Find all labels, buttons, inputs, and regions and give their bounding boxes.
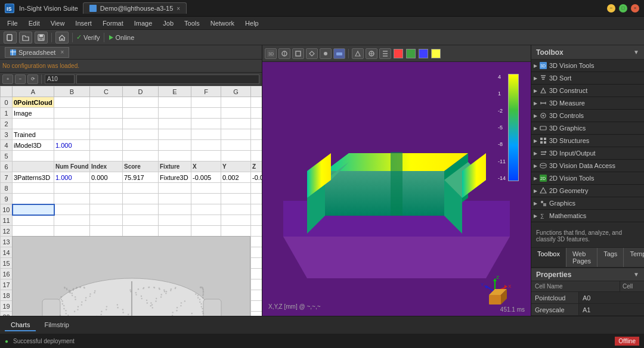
- cell-16-1[interactable]: [54, 269, 90, 279]
- table-row[interactable]: 3Trained: [1, 129, 262, 140]
- col-header-b[interactable]: B: [54, 86, 90, 97]
- cell-12-7[interactable]: [251, 226, 262, 237]
- cell-13-1[interactable]: [54, 237, 90, 247]
- cell-4-0[interactable]: iModel3D: [13, 140, 54, 151]
- table-row[interactable]: 19: [1, 301, 262, 312]
- cell-1-1[interactable]: [54, 108, 90, 119]
- viewer-btn-4[interactable]: [306, 48, 318, 59]
- viewer-btn-8[interactable]: [366, 48, 377, 59]
- cell-14-3[interactable]: [123, 247, 159, 258]
- table-row[interactable]: 5: [1, 151, 262, 161]
- cell-11-5[interactable]: [191, 215, 221, 226]
- cell-17-1[interactable]: [54, 279, 90, 290]
- spreadsheet-grid[interactable]: A B C D E F G H I J K: [0, 86, 262, 316]
- cell-9-2[interactable]: [90, 194, 123, 204]
- viewer-btn-5[interactable]: [320, 48, 332, 59]
- menu-insert[interactable]: Insert: [70, 18, 97, 28]
- cell-19-1[interactable]: [54, 301, 90, 312]
- color-swatch-blue[interactable]: [419, 49, 428, 58]
- cell-12-4[interactable]: [159, 226, 191, 237]
- cell-0-0[interactable]: 0PointCloud: [13, 97, 54, 108]
- cell-9-4[interactable]: [159, 194, 191, 204]
- toolbox-group-header-3dconstruct[interactable]: ▶ 3D Construct: [531, 85, 644, 97]
- cell-4-6[interactable]: [221, 140, 251, 151]
- cell-15-4[interactable]: [159, 258, 191, 269]
- cell-8-5[interactable]: [191, 183, 221, 194]
- cell-10-2[interactable]: [90, 204, 123, 215]
- cell-7-7[interactable]: -0.001: [251, 172, 262, 183]
- table-row[interactable]: 10: [1, 204, 262, 215]
- cell-7-5[interactable]: -0.005: [191, 172, 221, 183]
- cell-10-4[interactable]: [159, 204, 191, 215]
- table-row[interactable]: 13: [1, 237, 262, 247]
- menu-edit[interactable]: Edit: [24, 18, 45, 28]
- cell-9-6[interactable]: [221, 194, 251, 204]
- cell-6-5[interactable]: X: [191, 161, 221, 172]
- cell-7-3[interactable]: 75.917: [123, 172, 159, 183]
- color-swatch-green[interactable]: [406, 49, 416, 58]
- cell-11-1[interactable]: [54, 215, 90, 226]
- cell-9-3[interactable]: [123, 194, 159, 204]
- cell-10-7[interactable]: [251, 204, 262, 215]
- toolbox-expand-icon[interactable]: ▼: [633, 49, 639, 55]
- cell-3-5[interactable]: [191, 129, 221, 140]
- cell-15-5[interactable]: [191, 258, 221, 269]
- spreadsheet-tab-close[interactable]: ×: [60, 49, 64, 55]
- save-button[interactable]: [35, 32, 48, 44]
- cell-17-2[interactable]: [90, 279, 123, 290]
- cell-1-2[interactable]: [90, 108, 123, 119]
- cell-11-2[interactable]: [90, 215, 123, 226]
- bottom-tab-filmstrip[interactable]: Filmstrip: [38, 319, 75, 331]
- table-row[interactable]: 4iModel3D1.000: [1, 140, 262, 151]
- cell-18-7[interactable]: [251, 290, 262, 301]
- toolbox-group-header-3dinputoutput[interactable]: ▶ 3D Input/Output: [531, 147, 644, 159]
- cell-1-3[interactable]: [123, 108, 159, 119]
- cell-2-5[interactable]: [191, 119, 221, 129]
- cell-19-6[interactable]: [221, 301, 251, 312]
- viewer-btn-2[interactable]: [278, 48, 290, 59]
- cell-5-3[interactable]: [123, 151, 159, 161]
- col-header-c[interactable]: C: [90, 86, 123, 97]
- close-button[interactable]: ×: [631, 4, 639, 13]
- cell-20-6[interactable]: [221, 312, 251, 316]
- col-header-g[interactable]: G: [221, 86, 251, 97]
- cell-8-6[interactable]: [221, 183, 251, 194]
- maximize-button[interactable]: □: [619, 4, 627, 13]
- table-row[interactable]: 12: [1, 226, 262, 237]
- col-header-e[interactable]: E: [159, 86, 191, 97]
- viewer-content[interactable]: 4 1 -2 -5 -8 -11 -14 X,Y,Z [mm] @ ~,~,~ …: [262, 62, 531, 316]
- table-row[interactable]: 11: [1, 215, 262, 226]
- cell-1-7[interactable]: [251, 108, 262, 119]
- cell-18-3[interactable]: [123, 290, 159, 301]
- cell-6-4[interactable]: Fixture: [159, 161, 191, 172]
- table-row[interactable]: 6Num FoundIndexScoreFixtureXYZRotationTi…: [1, 161, 262, 172]
- cell-8-7[interactable]: [251, 183, 262, 194]
- cell-18-5[interactable]: [191, 290, 221, 301]
- cell-5-1[interactable]: [54, 151, 90, 161]
- menu-job[interactable]: Job: [158, 18, 178, 28]
- table-row[interactable]: 1Image: [1, 108, 262, 119]
- cell-5-2[interactable]: [90, 151, 123, 161]
- cell-18-4[interactable]: [159, 290, 191, 301]
- cell-8-1[interactable]: [54, 183, 90, 194]
- cell-19-7[interactable]: [251, 301, 262, 312]
- cell-1-4[interactable]: [159, 108, 191, 119]
- cell-13-2[interactable]: [90, 237, 123, 247]
- cell-9-0[interactable]: [13, 194, 54, 204]
- cell-4-4[interactable]: [159, 140, 191, 151]
- cell-3-4[interactable]: [159, 129, 191, 140]
- cell-11-3[interactable]: [123, 215, 159, 226]
- color-swatch-red[interactable]: [394, 49, 403, 58]
- col-header-a[interactable]: A: [13, 86, 54, 97]
- cell-15-0[interactable]: [13, 258, 54, 269]
- cell-16-5[interactable]: [191, 269, 221, 279]
- cell-3-6[interactable]: [221, 129, 251, 140]
- toolbox-group-header-2dvisiontools[interactable]: ▶ 2D 2D Vision Tools: [531, 172, 644, 184]
- cell-4-3[interactable]: [123, 140, 159, 151]
- cell-9-1[interactable]: [54, 194, 90, 204]
- cell-13-0[interactable]: [13, 237, 54, 247]
- cell-4-7[interactable]: [251, 140, 262, 151]
- cell-5-5[interactable]: [191, 151, 221, 161]
- cell-14-4[interactable]: [159, 247, 191, 258]
- cell-14-6[interactable]: [221, 247, 251, 258]
